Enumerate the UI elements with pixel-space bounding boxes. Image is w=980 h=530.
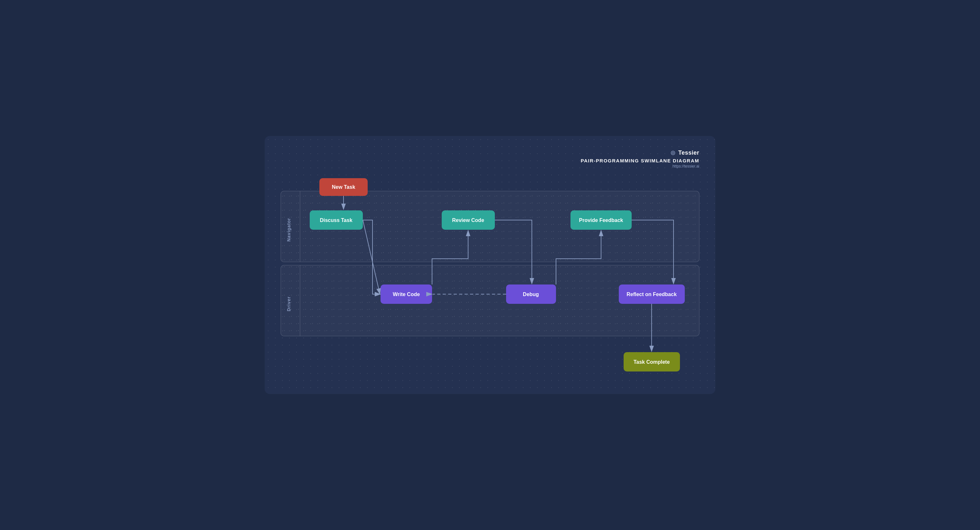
svg-text:Driver: Driver xyxy=(286,297,291,311)
provide-feedback-label: Provide Feedback xyxy=(579,217,623,223)
brand-name: Tessier xyxy=(678,150,699,156)
discuss-task-label: Discuss Task xyxy=(320,217,352,223)
reflect-feedback-label: Reflect on Feedback xyxy=(627,292,677,297)
brand-url: https://tessier.ai xyxy=(581,164,699,169)
write-code-label: Write Code xyxy=(393,292,420,297)
brand-logo: ⊛ Tessier xyxy=(581,149,699,156)
diagram-wrapper: ⊛ Tessier PAIR-PROGRAMMING SWIMLANE DIAG… xyxy=(265,136,715,394)
tessier-logo-icon: ⊛ xyxy=(670,149,676,156)
new-task-label: New Task xyxy=(332,184,355,190)
diagram-title: PAIR-PROGRAMMING SWIMLANE DIAGRAM xyxy=(581,158,699,163)
review-code-label: Review Code xyxy=(452,217,484,223)
task-complete-label: Task Complete xyxy=(633,359,670,365)
header: ⊛ Tessier PAIR-PROGRAMMING SWIMLANE DIAG… xyxy=(281,149,699,169)
svg-text:Navigator: Navigator xyxy=(286,218,291,242)
brand: ⊛ Tessier PAIR-PROGRAMMING SWIMLANE DIAG… xyxy=(581,149,699,169)
debug-label: Debug xyxy=(523,292,539,297)
